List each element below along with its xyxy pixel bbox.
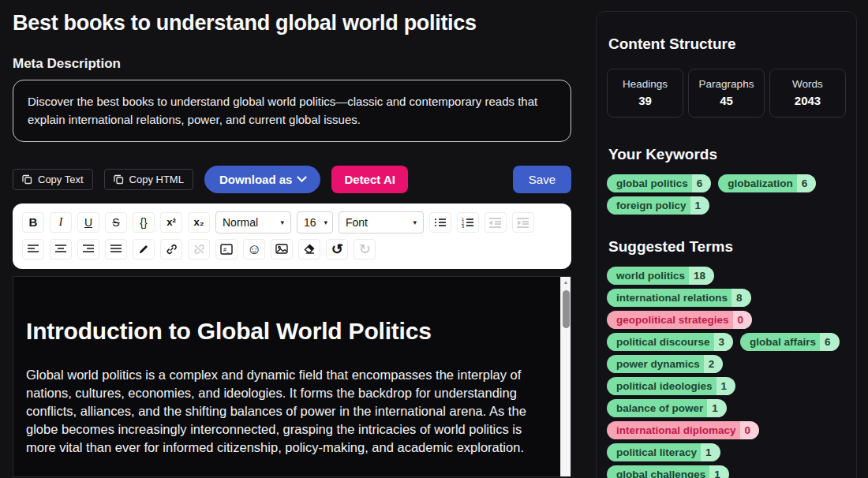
rich-text-toolbar: B I U S {} x² x₂ Normal ▾ 16 ▾ Font ▾ — [13, 204, 571, 269]
italic-button[interactable]: I — [50, 212, 72, 233]
dropdown-arrow-icon: ▾ — [324, 218, 328, 226]
svg-text:3: 3 — [462, 224, 464, 228]
copy-html-button[interactable]: Copy HTML — [104, 169, 193, 190]
scrollbar-up-arrow[interactable]: ▲ — [561, 277, 571, 288]
keyword-pill[interactable]: global challenges 1 — [607, 465, 729, 478]
scrollbar-thumb[interactable] — [563, 290, 570, 328]
numbered-list-button[interactable]: 1 2 3 — [457, 212, 479, 233]
keyword-pill[interactable]: globalization 6 — [718, 174, 816, 192]
content-structure-title: Content Structure — [608, 35, 846, 53]
keyword-count-badge: 6 — [797, 174, 817, 192]
subscript-button[interactable]: x₂ — [188, 212, 210, 233]
keyword-pill[interactable]: geopolitical strategies 0 — [607, 311, 752, 329]
code-block-button[interactable]: #_ — [215, 239, 238, 260]
outdent-button[interactable] — [485, 212, 507, 233]
link-button[interactable] — [160, 239, 182, 260]
superscript-button[interactable]: x² — [160, 212, 182, 233]
font-size-value: 16 — [304, 216, 316, 229]
keyword-count-badge: 6 — [820, 333, 840, 351]
keyword-pill[interactable]: political discourse 3 — [607, 333, 733, 351]
meta-description-label: Meta Description — [13, 56, 571, 72]
meta-description-box[interactable]: Discover the best books to understand gl… — [13, 80, 571, 142]
keyword-pill[interactable]: world politics 18 — [607, 267, 714, 285]
redo-button[interactable]: ↻ — [354, 239, 376, 260]
keyword-label: globalization — [718, 174, 797, 192]
download-as-label: Download as — [219, 173, 293, 186]
svg-text:#_: #_ — [223, 247, 230, 253]
editor-content-area[interactable]: Introduction to Global World Politics Gl… — [13, 276, 571, 477]
keyword-label: global affairs — [740, 333, 820, 351]
align-right-button[interactable] — [77, 239, 99, 260]
keyword-label: political discourse — [607, 333, 714, 351]
document-body: Introduction to Global World Politics Gl… — [13, 277, 571, 457]
editor-scrollbar[interactable]: ▲ — [560, 277, 571, 476]
emoji-button[interactable]: ☺ — [243, 239, 265, 260]
download-as-button[interactable]: Download as — [204, 166, 321, 193]
toolbar-row-1: B I U S {} x² x₂ Normal ▾ 16 ▾ Font ▾ — [22, 211, 562, 233]
keyword-label: foreign policy — [607, 196, 690, 215]
action-bar: Copy Text Copy HTML Download as Detect A… — [13, 166, 571, 193]
save-button[interactable]: Save — [513, 166, 571, 193]
keyword-label: power dynamics — [607, 355, 704, 373]
underline-button[interactable]: U — [77, 212, 99, 233]
keyword-count-badge: 3 — [714, 333, 734, 351]
keyword-label: international relations — [607, 289, 731, 307]
meta-description-text: Discover the best books to understand gl… — [28, 95, 537, 126]
align-left-button[interactable] — [22, 239, 44, 260]
font-size-select[interactable]: 16 ▾ — [297, 211, 333, 233]
copy-html-label: Copy HTML — [129, 174, 184, 185]
keyword-count-badge: 1 — [690, 196, 710, 215]
keyword-pill[interactable]: international diplomacy 0 — [607, 421, 759, 439]
sidebar-panel: Content Structure Headings 39 Paragraphs… — [596, 11, 857, 478]
text-color-pen-button[interactable] — [133, 239, 155, 260]
keyword-pill[interactable]: global affairs 6 — [740, 333, 840, 351]
stat-label: Headings — [611, 78, 679, 90]
font-family-value: Font — [346, 216, 368, 229]
stat-label: Words — [773, 78, 842, 90]
keyword-count-badge: 18 — [689, 267, 714, 285]
stat-value: 39 — [611, 94, 679, 107]
keyword-label: international diplomacy — [607, 421, 740, 439]
bold-button[interactable]: B — [22, 212, 44, 233]
strikethrough-button[interactable]: S — [105, 212, 127, 233]
keyword-label: global challenges — [607, 465, 709, 478]
keyword-count-badge: 1 — [716, 377, 736, 395]
keyword-pill[interactable]: political ideologies 1 — [607, 377, 735, 395]
stat-value: 45 — [692, 94, 761, 107]
align-center-button[interactable] — [50, 239, 72, 260]
keyword-count-badge: 2 — [704, 355, 724, 373]
align-justify-button[interactable] — [105, 239, 127, 260]
keyword-pill[interactable]: global politics 6 — [607, 174, 711, 192]
keyword-label: geopolitical strategies — [607, 311, 733, 329]
keyword-pill[interactable]: power dynamics 2 — [607, 355, 723, 373]
unlink-button[interactable] — [188, 239, 210, 260]
save-label: Save — [529, 173, 556, 186]
keyword-pill[interactable]: political literacy 1 — [607, 443, 720, 461]
font-family-select[interactable]: Font ▾ — [339, 211, 424, 233]
keyword-pill[interactable]: international relations 8 — [607, 289, 751, 307]
your-keywords-title: Your Keywords — [608, 146, 846, 163]
suggested-terms-list: world politics 18 international relation… — [607, 267, 846, 478]
stat-value: 2043 — [773, 94, 842, 107]
detect-ai-button[interactable]: Detect AI — [331, 166, 407, 193]
eraser-button[interactable] — [298, 239, 320, 260]
content-structure-stats: Headings 39 Paragraphs 45 Words 2043 — [607, 69, 846, 118]
copy-text-label: Copy Text — [38, 174, 84, 185]
indent-button[interactable] — [512, 212, 534, 233]
copy-icon — [22, 174, 32, 185]
paragraph-style-select[interactable]: Normal ▾ — [215, 211, 291, 233]
keyword-pill[interactable]: balance of power 1 — [607, 399, 727, 417]
code-button[interactable]: {} — [133, 212, 155, 233]
detect-ai-label: Detect AI — [344, 173, 395, 186]
copy-text-button[interactable]: Copy Text — [13, 169, 93, 190]
insert-image-button[interactable] — [271, 239, 293, 260]
keyword-count-badge: 0 — [733, 311, 753, 329]
paragraph-style-value: Normal — [223, 216, 258, 229]
your-keywords-list: global politics 6 globalization 6 foreig… — [607, 174, 846, 215]
keyword-count-badge: 1 — [701, 443, 720, 461]
keyword-pill[interactable]: foreign policy 1 — [607, 196, 709, 215]
document-heading: Introduction to Global World Politics — [26, 318, 533, 345]
keyword-count-badge: 1 — [707, 399, 727, 417]
bullet-list-button[interactable] — [429, 212, 451, 233]
undo-button[interactable]: ↺ — [326, 239, 348, 260]
